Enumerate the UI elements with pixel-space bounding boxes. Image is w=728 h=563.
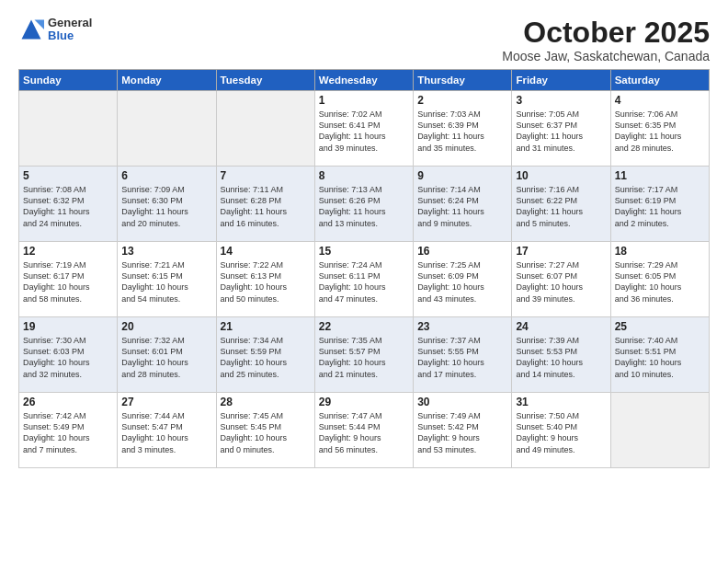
day-number: 5 xyxy=(23,169,113,182)
day-info: Sunrise: 7:17 AM Sunset: 6:19 PM Dayligh… xyxy=(615,184,705,229)
day-info: Sunrise: 7:32 AM Sunset: 6:01 PM Dayligh… xyxy=(121,335,211,380)
calendar-header-row: Sunday Monday Tuesday Wednesday Thursday… xyxy=(19,70,710,91)
day-number: 21 xyxy=(221,320,311,333)
day-info: Sunrise: 7:25 AM Sunset: 6:09 PM Dayligh… xyxy=(417,259,507,304)
calendar-week-row: 5Sunrise: 7:08 AM Sunset: 6:32 PM Daylig… xyxy=(19,167,710,242)
logo-text: General Blue xyxy=(48,17,92,43)
day-number: 18 xyxy=(615,245,705,258)
day-number: 8 xyxy=(319,169,409,182)
day-info: Sunrise: 7:27 AM Sunset: 6:07 PM Dayligh… xyxy=(516,259,606,304)
day-number: 25 xyxy=(615,320,705,333)
day-info: Sunrise: 7:50 AM Sunset: 5:40 PM Dayligh… xyxy=(516,410,606,455)
day-number: 13 xyxy=(121,245,211,258)
table-row xyxy=(216,91,314,167)
col-tuesday: Tuesday xyxy=(216,70,314,91)
day-info: Sunrise: 7:44 AM Sunset: 5:47 PM Dayligh… xyxy=(121,410,211,455)
day-number: 26 xyxy=(23,396,113,408)
day-info: Sunrise: 7:37 AM Sunset: 5:55 PM Dayligh… xyxy=(417,335,507,380)
day-number: 6 xyxy=(121,169,211,182)
day-number: 29 xyxy=(319,396,409,408)
col-sunday: Sunday xyxy=(19,70,118,91)
table-row: 8Sunrise: 7:13 AM Sunset: 6:26 PM Daylig… xyxy=(314,167,413,242)
day-info: Sunrise: 7:45 AM Sunset: 5:45 PM Dayligh… xyxy=(221,410,311,455)
table-row: 19Sunrise: 7:30 AM Sunset: 6:03 PM Dayli… xyxy=(19,317,118,393)
table-row: 17Sunrise: 7:27 AM Sunset: 6:07 PM Dayli… xyxy=(512,242,610,317)
day-number: 20 xyxy=(121,320,211,333)
table-row: 2Sunrise: 7:03 AM Sunset: 6:39 PM Daylig… xyxy=(414,91,512,167)
title-block: October 2025 Moose Jaw, Saskatchewan, Ca… xyxy=(502,17,710,63)
calendar-week-row: 12Sunrise: 7:19 AM Sunset: 6:17 PM Dayli… xyxy=(19,242,710,317)
table-row: 12Sunrise: 7:19 AM Sunset: 6:17 PM Dayli… xyxy=(19,242,118,317)
day-number: 3 xyxy=(516,94,606,107)
day-info: Sunrise: 7:14 AM Sunset: 6:24 PM Dayligh… xyxy=(417,184,507,229)
day-info: Sunrise: 7:16 AM Sunset: 6:22 PM Dayligh… xyxy=(516,184,606,229)
day-info: Sunrise: 7:06 AM Sunset: 6:35 PM Dayligh… xyxy=(615,109,705,154)
logo: General Blue xyxy=(18,17,92,43)
table-row: 9Sunrise: 7:14 AM Sunset: 6:24 PM Daylig… xyxy=(414,167,512,242)
logo-icon xyxy=(18,17,44,42)
day-number: 31 xyxy=(516,396,606,408)
table-row: 29Sunrise: 7:47 AM Sunset: 5:44 PM Dayli… xyxy=(314,393,413,468)
table-row: 16Sunrise: 7:25 AM Sunset: 6:09 PM Dayli… xyxy=(414,242,512,317)
day-info: Sunrise: 7:35 AM Sunset: 5:57 PM Dayligh… xyxy=(319,335,409,380)
table-row: 10Sunrise: 7:16 AM Sunset: 6:22 PM Dayli… xyxy=(512,167,610,242)
col-wednesday: Wednesday xyxy=(314,70,413,91)
day-info: Sunrise: 7:08 AM Sunset: 6:32 PM Dayligh… xyxy=(23,184,113,229)
day-info: Sunrise: 7:22 AM Sunset: 6:13 PM Dayligh… xyxy=(221,259,311,304)
table-row: 27Sunrise: 7:44 AM Sunset: 5:47 PM Dayli… xyxy=(118,393,216,468)
table-row: 21Sunrise: 7:34 AM Sunset: 5:59 PM Dayli… xyxy=(216,317,314,393)
day-number: 16 xyxy=(417,245,507,258)
table-row: 6Sunrise: 7:09 AM Sunset: 6:30 PM Daylig… xyxy=(118,167,216,242)
table-row: 31Sunrise: 7:50 AM Sunset: 5:40 PM Dayli… xyxy=(512,393,610,468)
day-number: 1 xyxy=(319,94,409,107)
table-row: 20Sunrise: 7:32 AM Sunset: 6:01 PM Dayli… xyxy=(118,317,216,393)
calendar-week-row: 19Sunrise: 7:30 AM Sunset: 6:03 PM Dayli… xyxy=(19,317,710,393)
day-info: Sunrise: 7:42 AM Sunset: 5:49 PM Dayligh… xyxy=(23,410,113,455)
calendar-week-row: 1Sunrise: 7:02 AM Sunset: 6:41 PM Daylig… xyxy=(19,91,710,167)
day-info: Sunrise: 7:03 AM Sunset: 6:39 PM Dayligh… xyxy=(417,109,507,154)
calendar-page: General Blue October 2025 Moose Jaw, Sas… xyxy=(0,0,728,563)
table-row: 5Sunrise: 7:08 AM Sunset: 6:32 PM Daylig… xyxy=(19,167,118,242)
day-number: 17 xyxy=(516,245,606,258)
day-number: 19 xyxy=(23,320,113,333)
day-number: 27 xyxy=(121,396,211,408)
day-number: 4 xyxy=(615,94,705,107)
day-number: 12 xyxy=(23,245,113,258)
day-number: 24 xyxy=(516,320,606,333)
day-info: Sunrise: 7:40 AM Sunset: 5:51 PM Dayligh… xyxy=(615,335,705,380)
day-info: Sunrise: 7:34 AM Sunset: 5:59 PM Dayligh… xyxy=(221,335,311,380)
day-number: 28 xyxy=(221,396,311,408)
day-number: 30 xyxy=(417,396,507,408)
day-number: 22 xyxy=(319,320,409,333)
table-row: 18Sunrise: 7:29 AM Sunset: 6:05 PM Dayli… xyxy=(610,242,709,317)
col-friday: Friday xyxy=(512,70,610,91)
calendar-week-row: 26Sunrise: 7:42 AM Sunset: 5:49 PM Dayli… xyxy=(19,393,710,468)
day-number: 11 xyxy=(615,169,705,182)
table-row xyxy=(118,91,216,167)
day-number: 9 xyxy=(417,169,507,182)
logo-general: General xyxy=(48,17,92,29)
table-row: 26Sunrise: 7:42 AM Sunset: 5:49 PM Dayli… xyxy=(19,393,118,468)
svg-marker-1 xyxy=(35,20,45,30)
col-saturday: Saturday xyxy=(610,70,709,91)
table-row: 13Sunrise: 7:21 AM Sunset: 6:15 PM Dayli… xyxy=(118,242,216,317)
day-info: Sunrise: 7:30 AM Sunset: 6:03 PM Dayligh… xyxy=(23,335,113,380)
table-row: 1Sunrise: 7:02 AM Sunset: 6:41 PM Daylig… xyxy=(314,91,413,167)
day-info: Sunrise: 7:29 AM Sunset: 6:05 PM Dayligh… xyxy=(615,259,705,304)
table-row: 23Sunrise: 7:37 AM Sunset: 5:55 PM Dayli… xyxy=(414,317,512,393)
day-info: Sunrise: 7:02 AM Sunset: 6:41 PM Dayligh… xyxy=(319,109,409,154)
table-row: 3Sunrise: 7:05 AM Sunset: 6:37 PM Daylig… xyxy=(512,91,610,167)
day-info: Sunrise: 7:09 AM Sunset: 6:30 PM Dayligh… xyxy=(121,184,211,229)
day-number: 2 xyxy=(417,94,507,107)
table-row: 11Sunrise: 7:17 AM Sunset: 6:19 PM Dayli… xyxy=(610,167,709,242)
page-header: General Blue October 2025 Moose Jaw, Sas… xyxy=(18,17,710,63)
table-row: 30Sunrise: 7:49 AM Sunset: 5:42 PM Dayli… xyxy=(414,393,512,468)
day-info: Sunrise: 7:11 AM Sunset: 6:28 PM Dayligh… xyxy=(221,184,311,229)
table-row: 14Sunrise: 7:22 AM Sunset: 6:13 PM Dayli… xyxy=(216,242,314,317)
day-info: Sunrise: 7:13 AM Sunset: 6:26 PM Dayligh… xyxy=(319,184,409,229)
table-row: 24Sunrise: 7:39 AM Sunset: 5:53 PM Dayli… xyxy=(512,317,610,393)
table-row xyxy=(19,91,118,167)
table-row: 4Sunrise: 7:06 AM Sunset: 6:35 PM Daylig… xyxy=(610,91,709,167)
day-info: Sunrise: 7:49 AM Sunset: 5:42 PM Dayligh… xyxy=(417,410,507,455)
calendar-table: Sunday Monday Tuesday Wednesday Thursday… xyxy=(18,69,710,468)
